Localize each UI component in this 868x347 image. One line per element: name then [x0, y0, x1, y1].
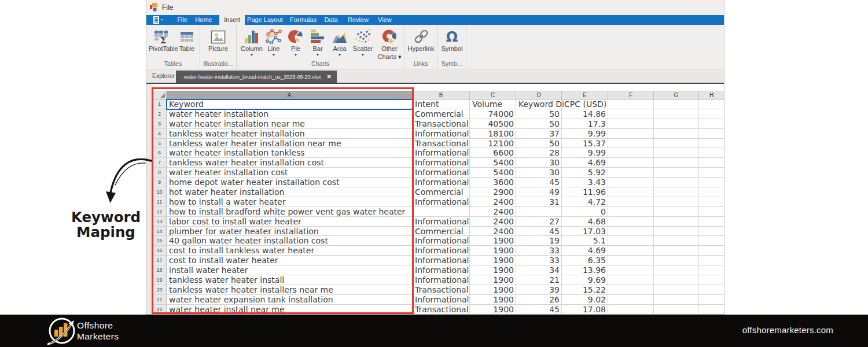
cell-F5[interactable]: [608, 139, 654, 149]
cell-G12[interactable]: [654, 207, 699, 217]
tab-data[interactable]: Data: [323, 15, 339, 25]
cell-H14[interactable]: [699, 227, 724, 237]
symbol-button[interactable]: Ω Symbol: [439, 27, 465, 52]
cell-B12[interactable]: [413, 207, 470, 217]
column-header-f[interactable]: F: [608, 91, 654, 99]
row-header-1[interactable]: 1: [153, 99, 167, 109]
cell-C16[interactable]: 1900: [470, 246, 516, 256]
cell-A15[interactable]: 40 gallon water heater installation cost: [167, 236, 413, 246]
cell-A6[interactable]: water heater installation tankless: [167, 148, 413, 158]
cell-B11[interactable]: Informational: [413, 197, 470, 207]
cell-H15[interactable]: [699, 236, 724, 246]
tab-formulas[interactable]: Formulas: [289, 15, 318, 25]
row-header-20[interactable]: 20: [153, 285, 167, 295]
cell-H1[interactable]: [699, 99, 724, 109]
cell-H12[interactable]: [699, 207, 724, 217]
cell-A10[interactable]: hot water heater installation: [167, 187, 413, 197]
cell-D2[interactable]: 50: [516, 109, 562, 119]
cell-G21[interactable]: [654, 295, 699, 305]
table-button[interactable]: Table: [175, 27, 198, 52]
cell-H19[interactable]: [699, 275, 724, 285]
cell-B19[interactable]: Informational: [413, 275, 470, 285]
cell-H7[interactable]: [699, 158, 724, 168]
column-chart-button[interactable]: Column ▼: [239, 27, 264, 57]
cell-H21[interactable]: [699, 295, 724, 305]
cell-D7[interactable]: 30: [516, 158, 562, 168]
column-header-c[interactable]: C: [470, 91, 516, 99]
tab-file[interactable]: File: [172, 15, 193, 25]
cell-G3[interactable]: [654, 119, 699, 129]
row-header-15[interactable]: 15: [153, 236, 167, 246]
cell-H16[interactable]: [699, 246, 724, 256]
cell-E14[interactable]: 17.03: [562, 227, 608, 237]
cell-B15[interactable]: Informational: [413, 236, 470, 246]
cell-E6[interactable]: 9.99: [562, 148, 608, 158]
cell-C19[interactable]: 1900: [470, 275, 516, 285]
cell-E11[interactable]: 4.72: [562, 197, 608, 207]
cell-E19[interactable]: 9.69: [562, 275, 608, 285]
column-header-d[interactable]: D: [516, 91, 562, 99]
cell-C5[interactable]: 12100: [470, 139, 516, 149]
cell-B1[interactable]: Intent: [413, 99, 470, 109]
cell-D19[interactable]: 21: [516, 275, 562, 285]
cell-A14[interactable]: plumber for water heater installation: [167, 227, 413, 237]
cell-C8[interactable]: 5400: [470, 168, 516, 178]
cell-E10[interactable]: 11.96: [562, 187, 608, 197]
cell-A18[interactable]: install water heater: [167, 265, 413, 275]
cell-G18[interactable]: [654, 265, 699, 275]
row-header-19[interactable]: 19: [153, 275, 167, 285]
cell-B3[interactable]: Transactional: [413, 119, 470, 129]
cell-G19[interactable]: [654, 275, 699, 285]
cell-E9[interactable]: 3.43: [562, 178, 608, 187]
cell-E2[interactable]: 14.86: [562, 109, 608, 119]
bar-chart-button[interactable]: Bar ▼: [307, 27, 328, 57]
row-header-11[interactable]: 11: [153, 197, 167, 207]
cell-E20[interactable]: 15.22: [562, 285, 608, 295]
cell-A22[interactable]: water heater install near me: [167, 305, 413, 313]
cell-B16[interactable]: Informational: [413, 246, 470, 256]
menu-icon[interactable]: [151, 16, 166, 24]
cell-F12[interactable]: [608, 207, 654, 217]
cell-D17[interactable]: 33: [516, 256, 562, 265]
cell-B20[interactable]: Transactional: [413, 285, 470, 295]
cell-H2[interactable]: [699, 109, 724, 119]
cell-H3[interactable]: [699, 119, 724, 129]
select-all-corner[interactable]: [153, 91, 167, 99]
cell-C14[interactable]: 2400: [470, 227, 516, 237]
row-header-13[interactable]: 13: [153, 217, 167, 227]
cell-C6[interactable]: 6600: [470, 148, 516, 158]
explorer-label[interactable]: Explorer: [152, 72, 175, 79]
cell-F21[interactable]: [608, 295, 654, 305]
cell-A16[interactable]: cost to install tankless water heater: [167, 246, 413, 256]
row-header-5[interactable]: 5: [153, 139, 167, 149]
cell-C21[interactable]: 1900: [470, 295, 516, 305]
cell-C20[interactable]: 1900: [470, 285, 516, 295]
cell-E8[interactable]: 5.92: [562, 168, 608, 178]
cell-B5[interactable]: Transactional: [413, 139, 470, 149]
tab-home[interactable]: Home: [193, 15, 214, 25]
cell-A7[interactable]: tankless water heater installation cost: [167, 158, 413, 168]
column-header-e[interactable]: E: [562, 91, 608, 99]
cell-B17[interactable]: Informational: [413, 256, 470, 265]
cell-B22[interactable]: Transactional: [413, 305, 470, 313]
cell-B8[interactable]: Informational: [413, 168, 470, 178]
cell-G14[interactable]: [654, 227, 699, 237]
cell-F19[interactable]: [608, 275, 654, 285]
cell-A2[interactable]: water heater installation: [167, 109, 413, 119]
cell-E5[interactable]: 15.37: [562, 139, 608, 149]
cell-D1[interactable]: Keyword Di: [516, 99, 562, 109]
cell-H20[interactable]: [699, 285, 724, 295]
cell-G13[interactable]: [654, 217, 699, 227]
column-header-g[interactable]: G: [654, 91, 699, 99]
cell-C13[interactable]: 2400: [470, 217, 516, 227]
tab-review[interactable]: Review: [347, 15, 369, 25]
line-chart-button[interactable]: Line ▼: [263, 27, 284, 57]
cell-F20[interactable]: [608, 285, 654, 295]
cell-A20[interactable]: tankless water heater installers near me: [167, 285, 413, 295]
cell-A5[interactable]: tankless water heater installation near …: [167, 139, 413, 149]
column-header-b[interactable]: B: [413, 91, 470, 99]
area-chart-button[interactable]: Area ▼: [329, 27, 350, 57]
cell-D3[interactable]: 50: [516, 119, 562, 129]
row-header-22[interactable]: 22: [153, 305, 167, 313]
row-header-8[interactable]: 8: [153, 168, 167, 178]
